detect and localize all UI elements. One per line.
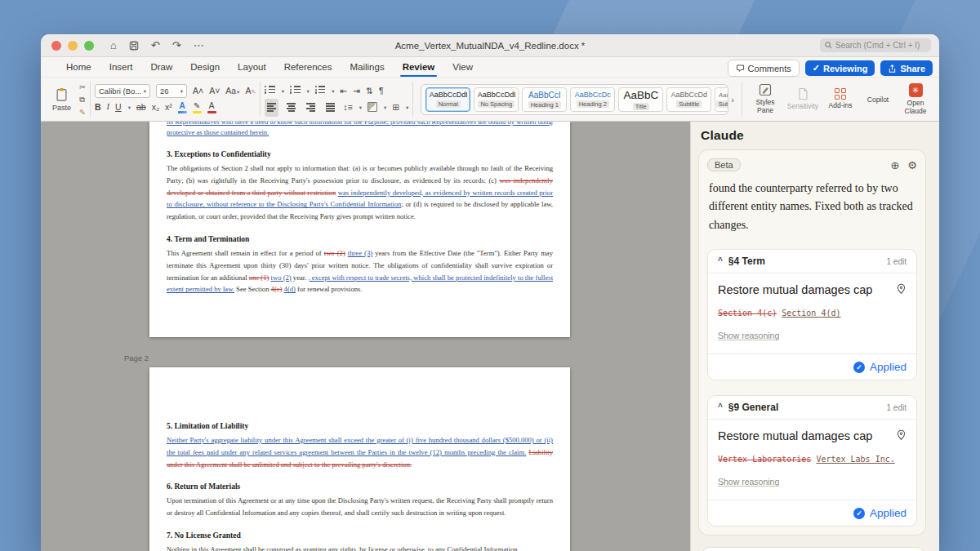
align-right-icon — [306, 102, 315, 112]
style-subtle-emph-[interactable]: AaBbCcDdEeSubtle Emph... — [715, 87, 728, 112]
align-left-button[interactable] — [265, 99, 278, 117]
document-page-2[interactable]: 5. Limitation of LiabilityNeither Party'… — [149, 367, 570, 551]
show-reasoning-link[interactable]: Show reasoning — [718, 477, 779, 487]
pencil-icon: ✎ — [251, 89, 256, 95]
align-center-button[interactable] — [284, 99, 298, 117]
claude-sidebar: Claude Beta ⊕ ⚙ found the counterparty r… — [690, 122, 939, 551]
style-label: Heading 2 — [577, 100, 609, 108]
sensitivity-button[interactable]: Sensitivity — [784, 79, 822, 119]
add-ins-button[interactable]: Add-ins — [822, 79, 859, 119]
highlight-button[interactable]: ✎ — [193, 101, 202, 113]
copilot-button[interactable]: Copilot — [859, 79, 897, 119]
style-heading-2[interactable]: AaBbCcDcHeading 2 — [570, 87, 615, 112]
superscript-button[interactable]: x² — [165, 103, 172, 112]
doc-paragraph: Nothing in this Agreement shall be const… — [167, 544, 553, 551]
edit-card-section: §4 Term — [728, 256, 765, 267]
bullets-button[interactable] — [265, 84, 275, 99]
gear-icon[interactable]: ⚙ — [907, 159, 917, 171]
font-color-button[interactable]: A — [207, 101, 216, 113]
copy-icon[interactable]: ⧉ — [79, 95, 86, 104]
style-title[interactable]: AaBbCTitle — [618, 87, 663, 112]
word-window: ⌂ ↶ ↷ ⋯ Acme_Vertex_MutualNDA_v4_Redline… — [41, 34, 939, 551]
tab-view[interactable]: View — [443, 59, 482, 77]
edit-card-section: §9 General — [728, 402, 778, 413]
ribbon-button-label: Open Claude — [905, 100, 927, 116]
indent-button[interactable]: ⇥ — [353, 87, 360, 96]
align-right-button[interactable] — [304, 99, 318, 117]
numbering-button[interactable] — [290, 84, 301, 99]
sensitivity-icon — [797, 87, 808, 100]
justify-button[interactable] — [323, 99, 337, 117]
style-subtitle[interactable]: AaBbCcDdSubtitle — [666, 87, 711, 112]
share-button[interactable]: Share — [880, 60, 933, 76]
cut-icon[interactable]: ✂ — [79, 82, 86, 91]
format-painter-icon[interactable]: ✎ — [79, 108, 86, 117]
location-pin-icon[interactable] — [896, 429, 906, 441]
font-size-select[interactable]: 26▾ — [156, 84, 187, 98]
collapse-chevron-icon[interactable]: ^ — [718, 405, 723, 410]
open-claude-button[interactable]: ✳Open Claude — [897, 79, 934, 119]
style-label: Subtitle — [676, 100, 702, 108]
collapse-chevron-icon[interactable]: ^ — [718, 259, 723, 264]
styles-pane-icon — [759, 83, 772, 96]
change-case-button[interactable]: Aa▾ — [225, 87, 239, 96]
style-no-spacing[interactable]: AaBbCcDdEeNo Spacing — [474, 87, 519, 112]
doc-text: Nothing in this Agreement shall be const… — [167, 545, 519, 551]
strikethrough-button[interactable]: ab — [136, 103, 146, 112]
sort-button[interactable]: ⇅ — [366, 87, 373, 96]
grow-font-button[interactable]: A˄ — [193, 87, 203, 96]
edit-card-4term: ^§4 Term1 editRestore mutual damages cap… — [707, 249, 917, 380]
home-icon[interactable]: ⌂ — [110, 40, 117, 51]
styles-pane-button[interactable]: Styles Pane — [746, 79, 784, 119]
paste-button[interactable]: Paste — [49, 86, 74, 113]
ribbon-button-label: Styles Pane — [755, 99, 774, 115]
more-icon[interactable]: ⋯ — [194, 40, 204, 51]
zoom-button[interactable] — [84, 41, 94, 51]
italic-button[interactable]: I — [107, 103, 110, 112]
text-effects-button[interactable]: A — [178, 101, 187, 113]
location-pin-icon[interactable] — [896, 283, 906, 295]
gallery-more-button[interactable]: › — [731, 95, 734, 104]
show-reasoning-link[interactable]: Show reasoning — [718, 331, 779, 340]
style-sample: AaBbCcDdEe — [478, 91, 515, 99]
tab-insert[interactable]: Insert — [100, 59, 142, 77]
bold-button[interactable]: B — [95, 103, 101, 112]
doc-text-del: 4(c) — [271, 285, 283, 293]
chat-input[interactable]: Have all changes been added now? — [701, 547, 926, 551]
tab-draw[interactable]: Draw — [141, 59, 181, 77]
line-spacing-button[interactable]: ↕≡ — [343, 103, 352, 112]
style-normal[interactable]: AaBbCcDdEeNormal — [425, 87, 470, 112]
tab-design[interactable]: Design — [181, 59, 229, 77]
save-icon[interactable] — [129, 41, 139, 51]
tab-mailings[interactable]: Mailings — [341, 59, 393, 77]
ribbon-tabs: HomeInsertDrawDesignLayoutReferencesMail… — [41, 57, 939, 78]
undo-icon[interactable]: ↶ — [151, 40, 160, 51]
style-heading-1[interactable]: AaBbCcIHeading 1 — [522, 87, 567, 112]
redo-icon[interactable]: ↷ — [172, 40, 181, 51]
minimize-button[interactable] — [68, 41, 78, 51]
ribbon: Paste ✂ ⧉ ✎ Calibri (Bo...▾ 26▾ A˄ A˅ Aa… — [41, 78, 939, 122]
search-icon — [825, 42, 832, 49]
outdent-button[interactable]: ⇤ — [341, 87, 348, 96]
tab-home[interactable]: Home — [57, 59, 100, 77]
tab-references[interactable]: References — [275, 59, 341, 77]
borders-button[interactable]: ⊞ — [392, 103, 399, 112]
ribbon-button-label: Sensitivity — [787, 103, 818, 111]
clear-format-button[interactable]: A✎ — [245, 87, 256, 96]
document-page-1[interactable]: its Representatives who have a need to k… — [149, 122, 570, 337]
new-chat-icon[interactable]: ⊕ — [890, 159, 899, 171]
underline-button[interactable]: U — [115, 103, 122, 112]
tab-layout[interactable]: Layout — [229, 59, 275, 77]
shrink-font-button[interactable]: A˅ — [209, 87, 220, 96]
close-button[interactable] — [51, 41, 61, 51]
style-sample: AaBbCcDd — [671, 91, 708, 99]
shading-button[interactable] — [368, 100, 377, 115]
multilevel-list-button[interactable] — [315, 84, 326, 99]
tab-review[interactable]: Review — [394, 59, 444, 77]
pilcrow-button[interactable]: ¶ — [379, 87, 384, 96]
reviewing-button[interactable]: ✓ Reviewing — [805, 60, 875, 76]
subscript-button[interactable]: x₂ — [152, 103, 159, 112]
font-name-select[interactable]: Calibri (Bo...▾ — [95, 84, 150, 98]
search-input[interactable]: Search (Cmd + Ctrl + I) — [820, 38, 931, 52]
comments-button[interactable]: Comments — [728, 60, 800, 77]
